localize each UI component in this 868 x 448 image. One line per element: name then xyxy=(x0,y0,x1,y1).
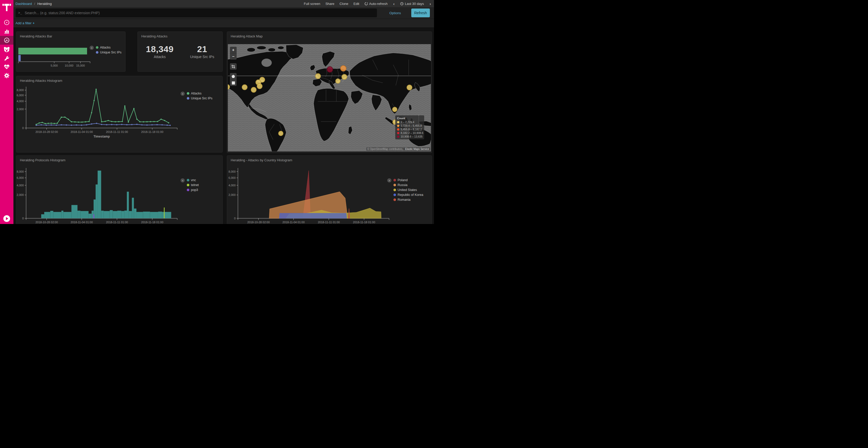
legend-color-dot xyxy=(394,179,396,181)
refresh-arrow-icon xyxy=(365,2,368,5)
clone-button[interactable]: Clone xyxy=(339,2,348,6)
bar-vnc xyxy=(132,198,134,218)
legend-item[interactable]: vnc xyxy=(187,178,199,182)
metric-attacks: 18,349 Attacks xyxy=(146,44,174,59)
sidebar-item-monitoring[interactable] xyxy=(0,63,13,71)
map-dot[interactable] xyxy=(336,79,340,83)
map-zoom-in-button[interactable]: + xyxy=(230,47,237,53)
sidebar-item-visualize[interactable] xyxy=(0,27,13,36)
chart-legend: › vnctelnetpop3 xyxy=(181,178,199,192)
share-button[interactable]: Share xyxy=(326,2,335,6)
map-crop-button[interactable] xyxy=(230,63,237,70)
time-range-picker[interactable]: Last 30 days xyxy=(400,2,424,6)
map-legend-range: 5,455.8 – 8,182.2 xyxy=(401,128,422,131)
line-series-Attacks xyxy=(36,89,169,125)
map-dot[interactable] xyxy=(257,83,262,89)
world-map[interactable]: + − xyxy=(228,44,431,151)
map-dot[interactable] xyxy=(327,67,333,72)
legend-item[interactable]: United States xyxy=(394,188,423,192)
refresh-button[interactable]: Refresh xyxy=(411,8,430,17)
map-legend-range: 8,182.2 – 10,908.6 xyxy=(401,131,424,134)
y-tick-label: 6,000 xyxy=(17,94,24,97)
fullscreen-button[interactable]: Full screen xyxy=(304,2,320,6)
auto-refresh-button[interactable]: Auto-refresh xyxy=(365,2,388,6)
legend-item[interactable]: Republic of Korea xyxy=(394,193,423,197)
bar-vnc xyxy=(129,211,132,218)
legend-toggle-icon[interactable]: › xyxy=(387,178,392,182)
map-draw-rectangle-button[interactable] xyxy=(230,79,237,86)
map-zoom-out-button[interactable]: − xyxy=(230,53,237,60)
breadcrumb-dashboard-link[interactable]: Dashboard xyxy=(16,2,32,6)
options-link[interactable]: Options xyxy=(389,11,401,15)
x-tick-label: 2018-11-18 01:00 xyxy=(353,221,375,224)
bar-vnc xyxy=(63,212,71,218)
query-bar: >_ Options Refresh xyxy=(13,7,434,19)
data-point xyxy=(54,123,55,124)
metric-group: 18,349 Attacks 21 Unique Src IPs xyxy=(138,44,222,59)
add-filter-button[interactable]: Add a filter+ xyxy=(16,21,35,25)
data-point xyxy=(153,121,155,122)
bar-vnc xyxy=(110,210,113,218)
y-tick-label: 0 xyxy=(234,217,236,220)
bar-vnc xyxy=(136,212,143,218)
y-tick-label: 4,000 xyxy=(228,184,236,187)
map-dot[interactable] xyxy=(342,74,347,79)
map-dot[interactable] xyxy=(278,131,283,136)
legend-toggle-icon[interactable]: › xyxy=(181,92,185,96)
sidebar-expand-button[interactable] xyxy=(3,215,10,222)
legend-item[interactable]: pop3 xyxy=(187,188,199,192)
edit-button[interactable]: Edit xyxy=(353,2,359,6)
rectangle-icon xyxy=(232,81,235,84)
map-dot[interactable] xyxy=(242,84,247,90)
telekom-t-icon xyxy=(2,2,12,13)
legend-label: Russia xyxy=(398,183,407,187)
legend-item[interactable]: Russia xyxy=(394,183,423,187)
sidebar-item-dashboard[interactable] xyxy=(0,36,13,45)
data-point xyxy=(94,100,95,101)
bar-vnc xyxy=(113,211,117,218)
legend-item[interactable]: Romania xyxy=(394,198,423,202)
panel-country-histogram: Heralding - Attacks by Country Histogram… xyxy=(227,156,432,224)
sidebar-item-devtools[interactable] xyxy=(0,54,13,63)
map-draw-polygon-button[interactable] xyxy=(230,73,237,79)
data-point xyxy=(48,123,49,124)
legend-toggle-icon[interactable]: › xyxy=(181,178,185,182)
legend-item[interactable]: telnet xyxy=(187,183,199,187)
time-forward-button[interactable]: › xyxy=(429,2,431,6)
data-point xyxy=(101,124,102,125)
bar-pop3 xyxy=(93,214,94,218)
map-dot[interactable] xyxy=(393,107,397,112)
legend-item[interactable]: Attacks xyxy=(187,92,212,95)
osm-attribution[interactable]: © OpenStreetMap contributors, xyxy=(366,147,404,151)
legend-item[interactable]: Attacks xyxy=(96,46,121,49)
data-point xyxy=(131,124,132,125)
elastic-maps-attribution[interactable]: Elastic Maps Service xyxy=(404,147,430,151)
map-dot[interactable] xyxy=(407,85,412,90)
map-dot[interactable] xyxy=(340,66,346,71)
map-island xyxy=(257,46,266,49)
legend-toggle-icon[interactable]: › xyxy=(90,46,94,50)
data-point xyxy=(51,123,52,124)
map-legend-dot xyxy=(397,132,399,134)
map-dot[interactable] xyxy=(251,87,256,92)
data-point xyxy=(122,121,123,122)
legend-item[interactable]: Unique Src IPs xyxy=(187,97,212,100)
search-input[interactable] xyxy=(25,11,375,15)
telekom-logo[interactable] xyxy=(0,2,13,13)
x-axis-title: Timestamp xyxy=(94,135,110,138)
bar-vnc xyxy=(44,212,50,218)
legend-item[interactable]: Poland xyxy=(394,178,423,182)
bar-chart-icon xyxy=(4,28,9,34)
data-point xyxy=(157,124,158,126)
sidebar-item-management[interactable] xyxy=(0,71,13,80)
data-point xyxy=(57,123,58,124)
legend-item[interactable]: Unique Src IPs xyxy=(96,50,121,54)
panel-title: Heralding Attacks Bar xyxy=(20,34,52,38)
data-point xyxy=(51,125,52,126)
sidebar-item-honeypot[interactable] xyxy=(0,45,13,54)
map-fit-control xyxy=(230,63,237,70)
map-count-legend: Count 3 – 2,729.42,729.4 – 5,455.85,455.… xyxy=(395,115,424,139)
time-back-button[interactable]: ‹ xyxy=(393,2,395,6)
sidebar-item-discover[interactable] xyxy=(0,18,13,27)
map-dot[interactable] xyxy=(315,74,320,79)
